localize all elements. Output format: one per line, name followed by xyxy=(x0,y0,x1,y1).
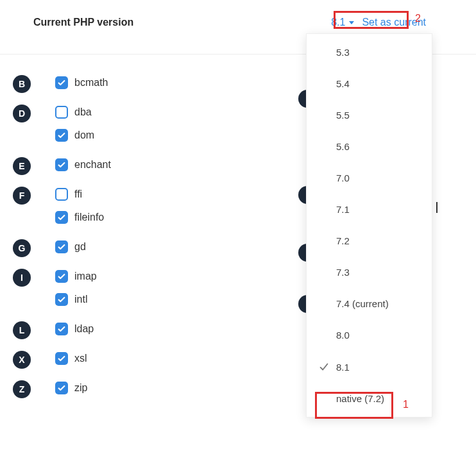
extension-label: bcmath xyxy=(74,77,108,88)
version-option-label: 8.0 xyxy=(336,330,350,341)
version-option[interactable]: 7.1 xyxy=(307,194,432,225)
group-letter-badge: B xyxy=(13,75,31,93)
version-option[interactable]: 8.0 xyxy=(307,319,432,351)
extension-checkbox[interactable] xyxy=(55,158,68,171)
version-option-label: 7.0 xyxy=(336,173,350,183)
extension-label: intl xyxy=(74,294,87,305)
group-items: ldap xyxy=(55,320,94,344)
group-items: gd xyxy=(55,238,86,262)
version-option[interactable]: 7.3 xyxy=(307,257,432,288)
annotation-label-bottom: 1 xyxy=(403,399,409,410)
extension-label: xsl xyxy=(74,353,87,364)
version-dropdown-menu[interactable]: 5.35.45.55.67.07.17.27.37.4 (current)8.0… xyxy=(306,33,432,417)
extension-label: gd xyxy=(74,241,86,253)
extension-row: enchant xyxy=(55,158,111,171)
version-option-label: 8.1 xyxy=(336,362,350,373)
group-items: zip xyxy=(55,379,87,403)
version-option[interactable]: 8.1 xyxy=(307,351,432,383)
group-items: xsl xyxy=(55,350,87,374)
version-option[interactable]: 7.2 xyxy=(307,225,432,257)
extension-row: xsl xyxy=(55,352,87,365)
group-items: dbadom xyxy=(55,103,94,151)
group-items: bcmath xyxy=(55,74,108,98)
extension-label: enchant xyxy=(74,159,111,171)
group-letter-badge: L xyxy=(13,321,31,339)
extension-label: ldap xyxy=(74,323,94,335)
group-letter-badge: D xyxy=(13,105,31,122)
extension-checkbox[interactable] xyxy=(55,382,68,394)
extension-row: intl xyxy=(55,293,97,306)
extension-label: ffi xyxy=(74,189,82,200)
version-option-label: 7.4 (current) xyxy=(336,298,389,309)
version-option-label: 5.4 xyxy=(336,78,350,89)
extension-label: imap xyxy=(74,271,97,282)
extension-row: imap xyxy=(55,270,97,283)
extension-row: gd xyxy=(55,240,86,253)
extension-row: bcmath xyxy=(55,76,108,89)
extension-label: fileinfo xyxy=(74,212,104,223)
extension-row: zip xyxy=(55,382,87,394)
group-letter-badge: G xyxy=(13,239,31,257)
version-controls: 8.1 Set as current xyxy=(331,15,459,30)
version-option-label: native (7.2) xyxy=(336,393,384,404)
group-items: imapintl xyxy=(55,267,97,315)
extension-checkbox[interactable] xyxy=(55,211,68,224)
extension-checkbox[interactable] xyxy=(55,352,68,365)
version-option[interactable]: 7.0 xyxy=(307,162,432,194)
version-dropdown-trigger[interactable]: 8.1 xyxy=(331,17,354,28)
extension-row: dba xyxy=(55,106,94,119)
version-option-label: 7.3 xyxy=(336,267,350,278)
extension-label: dom xyxy=(74,130,94,141)
version-option-label: 7.1 xyxy=(336,204,350,215)
check-icon xyxy=(318,361,332,373)
page-title: Current PHP version xyxy=(33,17,133,28)
extension-row: ffi xyxy=(55,188,104,201)
group-letter-badge: F xyxy=(13,187,31,205)
group-letter-badge: I xyxy=(13,269,31,287)
caret-down-icon xyxy=(349,21,354,24)
version-option-label: 5.3 xyxy=(336,47,350,58)
selected-version-label: 8.1 xyxy=(331,17,345,28)
extension-checkbox[interactable] xyxy=(55,106,68,119)
extension-checkbox[interactable] xyxy=(55,188,68,201)
extension-row: dom xyxy=(55,129,94,142)
version-option[interactable]: 5.4 xyxy=(307,68,432,99)
version-option-label: 5.5 xyxy=(336,110,350,121)
version-option[interactable]: native (7.2) xyxy=(307,383,432,414)
extension-checkbox[interactable] xyxy=(55,129,68,142)
extension-checkbox[interactable] xyxy=(55,270,68,283)
extension-label: zip xyxy=(74,382,87,394)
version-option-label: 7.2 xyxy=(336,235,350,246)
version-option-label: 5.6 xyxy=(336,141,350,152)
group-letter-badge: X xyxy=(13,351,31,369)
extension-checkbox[interactable] xyxy=(55,323,68,335)
group-items: enchant xyxy=(55,156,111,180)
version-option[interactable]: 5.6 xyxy=(307,131,432,162)
extension-checkbox[interactable] xyxy=(55,293,68,306)
version-option[interactable]: 7.4 (current) xyxy=(307,288,432,319)
extension-row: fileinfo xyxy=(55,211,104,224)
group-items: ffifileinfo xyxy=(55,185,104,233)
extension-checkbox[interactable] xyxy=(55,76,68,89)
group-letter-badge: Z xyxy=(13,380,31,398)
version-option[interactable]: 5.5 xyxy=(307,99,432,131)
extension-row: ldap xyxy=(55,323,94,335)
scroll-indicator xyxy=(436,202,438,213)
extension-checkbox[interactable] xyxy=(55,240,68,253)
annotation-label-top: 2 xyxy=(415,13,421,24)
group-letter-badge: E xyxy=(13,157,31,175)
version-option[interactable]: 5.3 xyxy=(307,37,432,68)
extension-label: dba xyxy=(74,106,92,118)
